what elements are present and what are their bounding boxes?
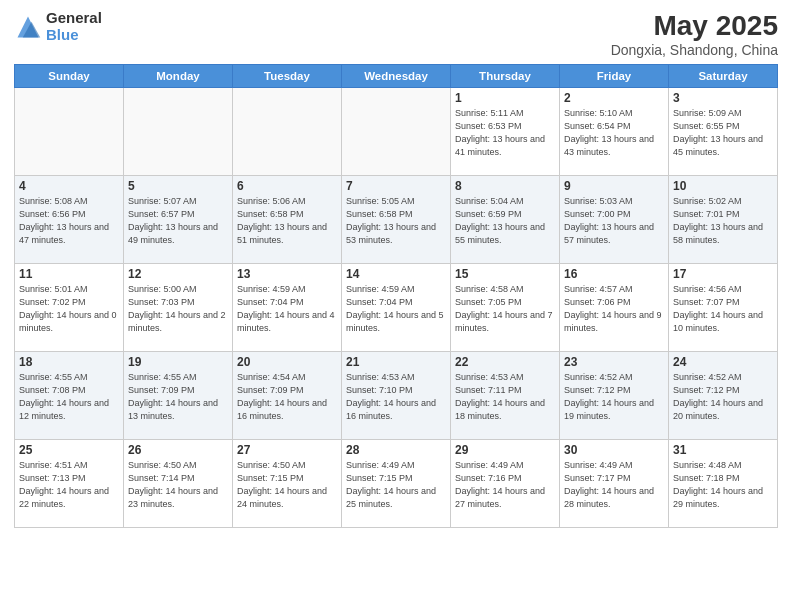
day-number: 19 (128, 355, 228, 369)
day-cell: 19Sunrise: 4:55 AM Sunset: 7:09 PM Dayli… (124, 352, 233, 440)
day-number: 11 (19, 267, 119, 281)
day-cell: 9Sunrise: 5:03 AM Sunset: 7:00 PM Daylig… (560, 176, 669, 264)
day-cell: 5Sunrise: 5:07 AM Sunset: 6:57 PM Daylig… (124, 176, 233, 264)
day-info: Sunrise: 4:52 AM Sunset: 7:12 PM Dayligh… (564, 371, 664, 423)
day-info: Sunrise: 4:50 AM Sunset: 7:14 PM Dayligh… (128, 459, 228, 511)
day-number: 30 (564, 443, 664, 457)
day-info: Sunrise: 5:07 AM Sunset: 6:57 PM Dayligh… (128, 195, 228, 247)
day-number: 14 (346, 267, 446, 281)
day-info: Sunrise: 5:00 AM Sunset: 7:03 PM Dayligh… (128, 283, 228, 335)
day-info: Sunrise: 4:53 AM Sunset: 7:11 PM Dayligh… (455, 371, 555, 423)
day-cell: 24Sunrise: 4:52 AM Sunset: 7:12 PM Dayli… (669, 352, 778, 440)
day-number: 12 (128, 267, 228, 281)
logo-text: General Blue (46, 10, 102, 43)
day-number: 29 (455, 443, 555, 457)
day-cell: 3Sunrise: 5:09 AM Sunset: 6:55 PM Daylig… (669, 88, 778, 176)
day-cell: 7Sunrise: 5:05 AM Sunset: 6:58 PM Daylig… (342, 176, 451, 264)
day-number: 9 (564, 179, 664, 193)
day-info: Sunrise: 5:06 AM Sunset: 6:58 PM Dayligh… (237, 195, 337, 247)
day-cell: 31Sunrise: 4:48 AM Sunset: 7:18 PM Dayli… (669, 440, 778, 528)
day-cell: 22Sunrise: 4:53 AM Sunset: 7:11 PM Dayli… (451, 352, 560, 440)
day-cell (233, 88, 342, 176)
day-number: 5 (128, 179, 228, 193)
day-number: 13 (237, 267, 337, 281)
day-info: Sunrise: 4:52 AM Sunset: 7:12 PM Dayligh… (673, 371, 773, 423)
day-cell: 2Sunrise: 5:10 AM Sunset: 6:54 PM Daylig… (560, 88, 669, 176)
day-info: Sunrise: 4:55 AM Sunset: 7:08 PM Dayligh… (19, 371, 119, 423)
day-number: 23 (564, 355, 664, 369)
day-info: Sunrise: 4:56 AM Sunset: 7:07 PM Dayligh… (673, 283, 773, 335)
day-number: 17 (673, 267, 773, 281)
day-number: 31 (673, 443, 773, 457)
day-info: Sunrise: 4:59 AM Sunset: 7:04 PM Dayligh… (237, 283, 337, 335)
day-number: 26 (128, 443, 228, 457)
day-number: 2 (564, 91, 664, 105)
day-number: 21 (346, 355, 446, 369)
header-row: SundayMondayTuesdayWednesdayThursdayFrid… (15, 65, 778, 88)
day-info: Sunrise: 4:51 AM Sunset: 7:13 PM Dayligh… (19, 459, 119, 511)
day-info: Sunrise: 5:10 AM Sunset: 6:54 PM Dayligh… (564, 107, 664, 159)
day-header-tuesday: Tuesday (233, 65, 342, 88)
logo-general: General (46, 10, 102, 27)
day-info: Sunrise: 5:08 AM Sunset: 6:56 PM Dayligh… (19, 195, 119, 247)
day-header-thursday: Thursday (451, 65, 560, 88)
day-header-friday: Friday (560, 65, 669, 88)
day-cell: 29Sunrise: 4:49 AM Sunset: 7:16 PM Dayli… (451, 440, 560, 528)
day-cell: 20Sunrise: 4:54 AM Sunset: 7:09 PM Dayli… (233, 352, 342, 440)
day-info: Sunrise: 4:54 AM Sunset: 7:09 PM Dayligh… (237, 371, 337, 423)
day-cell: 8Sunrise: 5:04 AM Sunset: 6:59 PM Daylig… (451, 176, 560, 264)
day-info: Sunrise: 5:01 AM Sunset: 7:02 PM Dayligh… (19, 283, 119, 335)
day-cell: 21Sunrise: 4:53 AM Sunset: 7:10 PM Dayli… (342, 352, 451, 440)
day-info: Sunrise: 4:48 AM Sunset: 7:18 PM Dayligh… (673, 459, 773, 511)
day-info: Sunrise: 4:59 AM Sunset: 7:04 PM Dayligh… (346, 283, 446, 335)
day-number: 22 (455, 355, 555, 369)
day-cell: 4Sunrise: 5:08 AM Sunset: 6:56 PM Daylig… (15, 176, 124, 264)
day-info: Sunrise: 4:55 AM Sunset: 7:09 PM Dayligh… (128, 371, 228, 423)
day-info: Sunrise: 4:57 AM Sunset: 7:06 PM Dayligh… (564, 283, 664, 335)
logo-blue: Blue (46, 27, 102, 44)
day-cell: 18Sunrise: 4:55 AM Sunset: 7:08 PM Dayli… (15, 352, 124, 440)
day-info: Sunrise: 5:03 AM Sunset: 7:00 PM Dayligh… (564, 195, 664, 247)
day-number: 6 (237, 179, 337, 193)
day-info: Sunrise: 4:53 AM Sunset: 7:10 PM Dayligh… (346, 371, 446, 423)
day-info: Sunrise: 4:58 AM Sunset: 7:05 PM Dayligh… (455, 283, 555, 335)
day-info: Sunrise: 5:05 AM Sunset: 6:58 PM Dayligh… (346, 195, 446, 247)
day-cell: 25Sunrise: 4:51 AM Sunset: 7:13 PM Dayli… (15, 440, 124, 528)
day-number: 8 (455, 179, 555, 193)
day-number: 27 (237, 443, 337, 457)
day-cell: 26Sunrise: 4:50 AM Sunset: 7:14 PM Dayli… (124, 440, 233, 528)
day-cell: 30Sunrise: 4:49 AM Sunset: 7:17 PM Dayli… (560, 440, 669, 528)
day-header-saturday: Saturday (669, 65, 778, 88)
day-cell (15, 88, 124, 176)
day-cell: 10Sunrise: 5:02 AM Sunset: 7:01 PM Dayli… (669, 176, 778, 264)
page: General Blue May 2025 Dongxia, Shandong,… (0, 0, 792, 612)
day-number: 16 (564, 267, 664, 281)
day-cell: 27Sunrise: 4:50 AM Sunset: 7:15 PM Dayli… (233, 440, 342, 528)
logo: General Blue (14, 10, 102, 43)
day-cell: 12Sunrise: 5:00 AM Sunset: 7:03 PM Dayli… (124, 264, 233, 352)
day-number: 28 (346, 443, 446, 457)
day-cell (342, 88, 451, 176)
day-number: 18 (19, 355, 119, 369)
logo-icon (14, 13, 42, 41)
day-cell: 15Sunrise: 4:58 AM Sunset: 7:05 PM Dayli… (451, 264, 560, 352)
day-cell: 6Sunrise: 5:06 AM Sunset: 6:58 PM Daylig… (233, 176, 342, 264)
day-info: Sunrise: 5:11 AM Sunset: 6:53 PM Dayligh… (455, 107, 555, 159)
day-cell: 13Sunrise: 4:59 AM Sunset: 7:04 PM Dayli… (233, 264, 342, 352)
day-header-monday: Monday (124, 65, 233, 88)
week-row-2: 4Sunrise: 5:08 AM Sunset: 6:56 PM Daylig… (15, 176, 778, 264)
day-cell: 11Sunrise: 5:01 AM Sunset: 7:02 PM Dayli… (15, 264, 124, 352)
day-info: Sunrise: 5:04 AM Sunset: 6:59 PM Dayligh… (455, 195, 555, 247)
day-number: 10 (673, 179, 773, 193)
day-cell: 17Sunrise: 4:56 AM Sunset: 7:07 PM Dayli… (669, 264, 778, 352)
day-cell (124, 88, 233, 176)
day-cell: 23Sunrise: 4:52 AM Sunset: 7:12 PM Dayli… (560, 352, 669, 440)
day-number: 20 (237, 355, 337, 369)
week-row-1: 1Sunrise: 5:11 AM Sunset: 6:53 PM Daylig… (15, 88, 778, 176)
day-info: Sunrise: 5:02 AM Sunset: 7:01 PM Dayligh… (673, 195, 773, 247)
day-cell: 28Sunrise: 4:49 AM Sunset: 7:15 PM Dayli… (342, 440, 451, 528)
day-number: 4 (19, 179, 119, 193)
calendar-table: SundayMondayTuesdayWednesdayThursdayFrid… (14, 64, 778, 528)
header: General Blue May 2025 Dongxia, Shandong,… (14, 10, 778, 58)
day-cell: 16Sunrise: 4:57 AM Sunset: 7:06 PM Dayli… (560, 264, 669, 352)
